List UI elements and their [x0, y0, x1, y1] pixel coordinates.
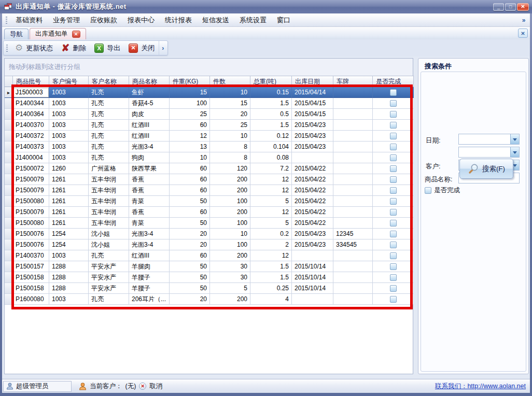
- cell[interactable]: 平安水产: [89, 261, 129, 272]
- cell[interactable]: 10: [210, 229, 250, 239]
- cell[interactable]: 2015/10/14: [292, 272, 333, 283]
- menu-item-1[interactable]: 业务管理: [48, 14, 85, 26]
- cell[interactable]: 孔亮: [89, 250, 129, 261]
- column-header-2[interactable]: 客户名称: [89, 76, 129, 87]
- cell[interactable]: 20: [170, 229, 210, 239]
- cell[interactable]: [333, 196, 373, 207]
- column-header-5[interactable]: 件数: [210, 76, 250, 87]
- cell[interactable]: [292, 294, 333, 305]
- cell[interactable]: 50: [170, 218, 210, 229]
- table-row[interactable]: P15000791261五丰华润香蕉60200122015/04/22: [5, 174, 413, 185]
- cell[interactable]: 孔亮: [89, 98, 129, 109]
- cell[interactable]: [333, 142, 373, 152]
- cell[interactable]: [333, 131, 373, 142]
- cell[interactable]: P1400370: [13, 120, 49, 131]
- cell[interactable]: [292, 250, 333, 261]
- cell[interactable]: 平安水产: [89, 272, 129, 283]
- is-complete-cell-checkbox[interactable]: [390, 220, 397, 227]
- cell[interactable]: [333, 272, 373, 283]
- cell[interactable]: 2015/04/22: [292, 163, 333, 174]
- cell-is-complete[interactable]: [373, 87, 414, 98]
- cell[interactable]: P1400373: [13, 142, 49, 152]
- cell[interactable]: 羊腿肉: [129, 261, 170, 272]
- table-row[interactable]: ▸J15000031003孔亮鱼虾15100.152015/04/14: [5, 87, 413, 98]
- cell[interactable]: [333, 120, 373, 131]
- menu-item-7[interactable]: 窗口: [272, 14, 296, 26]
- contact-link[interactable]: 联系我们：http://www.aolan.net: [435, 382, 526, 391]
- row-indicator[interactable]: [5, 163, 13, 174]
- cell[interactable]: [333, 174, 373, 185]
- cell-is-complete[interactable]: [373, 229, 414, 239]
- cell[interactable]: 红酒III: [129, 120, 170, 131]
- 关闭-toolbar-button[interactable]: ✕关闭: [124, 42, 159, 54]
- cell[interactable]: 10: [210, 87, 250, 98]
- row-indicator[interactable]: [5, 109, 13, 120]
- is-complete-cell-checkbox[interactable]: [390, 100, 397, 107]
- table-row[interactable]: P15000801261五丰华润青菜5010052015/04/22: [5, 196, 413, 207]
- cell[interactable]: 12345: [333, 229, 373, 239]
- 导出-toolbar-button[interactable]: X导出: [90, 42, 124, 54]
- date-to-combobox[interactable]: [458, 147, 520, 158]
- row-indicator[interactable]: [5, 185, 13, 196]
- cell[interactable]: 0.12: [250, 131, 292, 142]
- cell[interactable]: [333, 283, 373, 294]
- cell[interactable]: 4: [250, 294, 292, 305]
- cell[interactable]: 0.25: [250, 283, 292, 294]
- cell[interactable]: 五丰华润: [89, 196, 129, 207]
- table-row[interactable]: P14003641003孔亮肉皮25200.52015/04/15: [5, 109, 413, 120]
- row-indicator[interactable]: [5, 174, 13, 185]
- cell[interactable]: 光面3-4: [129, 229, 170, 239]
- row-indicator[interactable]: [5, 142, 13, 152]
- chevron-down-icon[interactable]: [510, 147, 519, 157]
- cell[interactable]: 12: [250, 185, 292, 196]
- cell[interactable]: 香菇4-5: [129, 98, 170, 109]
- maximize-button[interactable]: □: [505, 3, 516, 11]
- cell[interactable]: P1500079: [13, 174, 49, 185]
- table-row[interactable]: P15000791261五丰华润香蕉60200122015/04/22: [5, 207, 413, 218]
- cell[interactable]: 孔亮: [89, 120, 129, 131]
- cell[interactable]: 羊腰子: [129, 272, 170, 283]
- table-row[interactable]: P14003441003孔亮香菇4-5100151.52015/04/15: [5, 98, 413, 109]
- cell[interactable]: 2015/04/23: [292, 120, 333, 131]
- cell[interactable]: 2015/10/14: [292, 261, 333, 272]
- cell[interactable]: 100: [170, 98, 210, 109]
- search-button[interactable]: 搜索(F): [459, 159, 513, 179]
- row-indicator[interactable]: [5, 239, 13, 250]
- cell[interactable]: 1003: [49, 131, 89, 142]
- menu-item-3[interactable]: 报表中心: [122, 14, 160, 26]
- cell[interactable]: 1288: [49, 261, 89, 272]
- cell[interactable]: 60: [170, 120, 210, 131]
- cell[interactable]: 1003: [49, 109, 89, 120]
- cell[interactable]: 60: [170, 163, 210, 174]
- cell[interactable]: 206耳片（...: [129, 294, 170, 305]
- cell[interactable]: [333, 98, 373, 109]
- cell[interactable]: P1500076: [13, 239, 49, 250]
- row-indicator[interactable]: [5, 261, 13, 272]
- cell[interactable]: P1500080: [13, 218, 49, 229]
- cell[interactable]: 2: [250, 239, 292, 250]
- cell-is-complete[interactable]: [373, 239, 414, 250]
- cell[interactable]: 1003: [49, 152, 89, 163]
- cell-is-complete[interactable]: [373, 218, 414, 229]
- cell[interactable]: 20: [170, 294, 210, 305]
- cell-is-complete[interactable]: [373, 109, 414, 120]
- cell[interactable]: 2015/04/22: [292, 185, 333, 196]
- table-row[interactable]: P15000761254沈小姐光面3-420100.22015/04/23123…: [5, 229, 413, 239]
- cell[interactable]: 广州蓝格: [89, 163, 129, 174]
- date-from-combobox[interactable]: [458, 134, 520, 145]
- cell[interactable]: J1400004: [13, 152, 49, 163]
- is-complete-cell-checkbox[interactable]: [390, 231, 397, 237]
- cell[interactable]: 2015/04/23: [292, 142, 333, 152]
- cell[interactable]: 五丰华润: [89, 218, 129, 229]
- date-to-value[interactable]: [459, 147, 510, 157]
- toolbar-overflow-chevron-icon[interactable]: ›: [159, 41, 166, 55]
- cell[interactable]: [333, 109, 373, 120]
- cell[interactable]: 狗肉: [129, 152, 170, 163]
- cell[interactable]: 肉皮: [129, 109, 170, 120]
- cell[interactable]: P1500157: [13, 261, 49, 272]
- cell[interactable]: 1261: [49, 218, 89, 229]
- row-indicator[interactable]: [5, 294, 13, 305]
- row-indicator[interactable]: [5, 98, 13, 109]
- cell[interactable]: 200: [210, 250, 250, 261]
- tab-close-icon[interactable]: ✕: [72, 31, 80, 38]
